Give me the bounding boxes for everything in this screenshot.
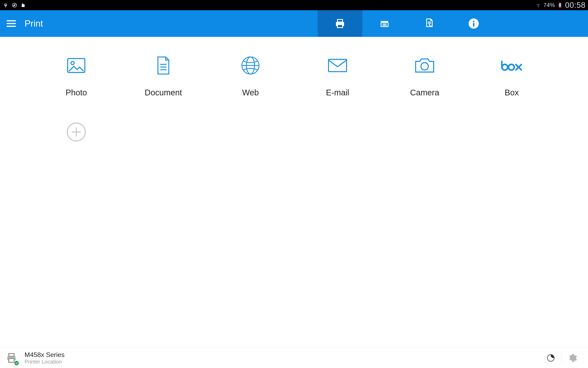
- svg-rect-6: [337, 25, 342, 28]
- tile-web[interactable]: Web: [207, 55, 294, 97]
- document-icon: [156, 55, 171, 76]
- main-content: Photo Document: [0, 37, 588, 348]
- scanner-icon: [378, 17, 391, 30]
- tab-info[interactable]: [451, 10, 496, 37]
- compass-icon: [11, 2, 18, 8]
- tile-box[interactable]: Box: [468, 55, 555, 97]
- svg-point-25: [421, 63, 428, 70]
- svg-point-27: [502, 64, 508, 70]
- tile-label: Photo: [66, 88, 87, 97]
- svg-rect-33: [9, 353, 14, 356]
- battery-percent: 74%: [544, 2, 555, 8]
- box-logo-icon: [500, 55, 523, 76]
- svg-rect-8: [381, 23, 388, 27]
- tile-camera[interactable]: Camera: [381, 55, 468, 97]
- app-bar: Print: [0, 10, 588, 37]
- printer-location: Printer Location: [25, 359, 65, 365]
- divider: [562, 353, 562, 363]
- supplies-icon: [546, 353, 555, 362]
- svg-rect-2: [559, 3, 560, 3]
- battery-critical-icon: [557, 2, 563, 8]
- tile-label: Camera: [410, 88, 439, 97]
- gear-icon: [568, 353, 578, 363]
- printer-icon: [334, 17, 346, 30]
- svg-point-28: [509, 64, 514, 70]
- tile-photo[interactable]: Photo: [33, 55, 120, 97]
- tile-label: Box: [505, 88, 519, 97]
- usb-icon: [2, 2, 9, 8]
- printer-name: M458x Series: [25, 351, 65, 359]
- status-ok-badge: [14, 360, 19, 366]
- printer-info[interactable]: M458x Series Printer Location: [25, 351, 65, 365]
- bottom-bar: M458x Series Printer Location: [0, 348, 588, 368]
- svg-point-7: [343, 23, 344, 24]
- camera-icon: [414, 55, 435, 76]
- tile-label: Web: [242, 88, 259, 97]
- svg-rect-15: [473, 23, 474, 27]
- svg-point-14: [473, 21, 474, 22]
- photo-icon: [66, 55, 86, 76]
- supplies-button[interactable]: [542, 352, 560, 364]
- globe-icon: [240, 55, 261, 76]
- fax-icon: [423, 17, 435, 30]
- tab-print[interactable]: [318, 10, 362, 37]
- menu-button[interactable]: [0, 10, 23, 37]
- svg-rect-5: [337, 19, 342, 22]
- tabs: [318, 10, 496, 37]
- tile-label: E-mail: [326, 88, 349, 97]
- printer-status-icon[interactable]: [4, 351, 19, 365]
- tile-document[interactable]: Document: [120, 55, 207, 97]
- status-right: 74% 00:58: [535, 1, 586, 10]
- add-icon: [66, 122, 87, 142]
- status-bar: 74% 00:58: [0, 0, 588, 10]
- svg-point-17: [71, 61, 74, 65]
- tab-fax[interactable]: [407, 10, 451, 37]
- settings-button[interactable]: [563, 352, 582, 364]
- clock: 00:58: [565, 1, 586, 10]
- envelope-icon: [327, 55, 348, 76]
- hamburger-icon: [6, 18, 17, 29]
- info-icon: [468, 17, 480, 30]
- svg-point-36: [550, 357, 552, 359]
- tile-add[interactable]: [33, 122, 120, 155]
- svg-rect-34: [9, 358, 14, 362]
- status-left: [2, 2, 26, 8]
- store-icon: [20, 2, 26, 8]
- source-grid: Photo Document: [33, 55, 555, 155]
- page-title: Print: [23, 10, 43, 37]
- tile-label: Document: [145, 88, 182, 97]
- tab-scan[interactable]: [362, 10, 407, 37]
- bottom-actions: [542, 352, 582, 364]
- wifi-icon: [535, 2, 541, 8]
- svg-rect-24: [329, 59, 347, 72]
- tile-email[interactable]: E-mail: [294, 55, 381, 97]
